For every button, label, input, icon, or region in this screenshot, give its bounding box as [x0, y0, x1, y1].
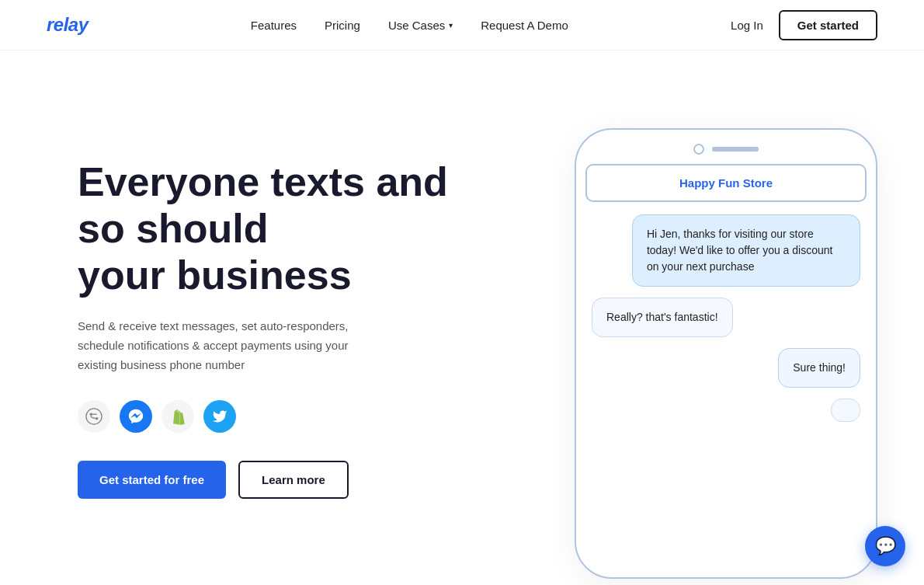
chat-store-header: Happy Fun Store	[585, 164, 867, 202]
chat-messages: Hi Jen, thanks for visiting our store to…	[585, 214, 867, 422]
hero-subtitle: Send & receive text messages, set auto-r…	[78, 317, 373, 374]
navbar: relay Features Pricing Use Cases ▾ Reque…	[0, 0, 924, 50]
nav-links: Features Pricing Use Cases ▾ Request A D…	[251, 19, 568, 32]
nav-get-started-button[interactable]: Get started	[779, 10, 877, 40]
chat-widget-button[interactable]: 💬	[865, 526, 905, 566]
phone-notch	[576, 130, 876, 161]
nav-link-use-cases[interactable]: Use Cases ▾	[388, 19, 453, 32]
svg-point-0	[86, 409, 102, 424]
chat-message-3: Sure thing!	[778, 348, 860, 388]
hero-title: Everyone texts and so should your busine…	[78, 159, 481, 298]
learn-more-button[interactable]: Learn more	[238, 461, 349, 499]
phone-mockup: Happy Fun Store Hi Jen, thanks for visit…	[575, 128, 877, 579]
twitter-icon[interactable]	[203, 400, 236, 433]
hubspot-icon[interactable]	[78, 400, 110, 433]
get-started-free-button[interactable]: Get started for free	[78, 461, 226, 499]
nav-right-actions: Log In Get started	[731, 10, 877, 40]
chat-message-4	[831, 399, 860, 422]
phone-frame: Happy Fun Store Hi Jen, thanks for visit…	[575, 128, 877, 579]
nav-link-request-demo[interactable]: Request A Demo	[481, 19, 568, 32]
svg-point-1	[90, 413, 93, 416]
chat-message-2: Really? that's fantastic!	[592, 298, 733, 337]
svg-line-5	[91, 417, 96, 419]
phone-speaker	[712, 147, 759, 151]
phone-content: Happy Fun Store Hi Jen, thanks for visit…	[576, 161, 876, 563]
chat-widget-icon: 💬	[875, 536, 896, 556]
login-link[interactable]: Log In	[731, 19, 763, 32]
chat-message-1: Hi Jen, thanks for visiting our store to…	[632, 214, 860, 287]
shopify-icon[interactable]	[162, 400, 194, 433]
hero-section: Everyone texts and so should your busine…	[0, 50, 924, 585]
nav-link-features[interactable]: Features	[251, 19, 297, 32]
integrations-row	[78, 400, 481, 433]
chevron-down-icon: ▾	[449, 21, 453, 30]
logo[interactable]: relay	[47, 14, 89, 36]
phone-camera	[693, 144, 704, 155]
svg-point-3	[96, 417, 99, 420]
nav-link-pricing[interactable]: Pricing	[325, 19, 360, 32]
hero-left: Everyone texts and so should your busine…	[78, 113, 481, 499]
messenger-icon[interactable]	[120, 400, 152, 433]
cta-buttons: Get started for free Learn more	[78, 461, 481, 499]
